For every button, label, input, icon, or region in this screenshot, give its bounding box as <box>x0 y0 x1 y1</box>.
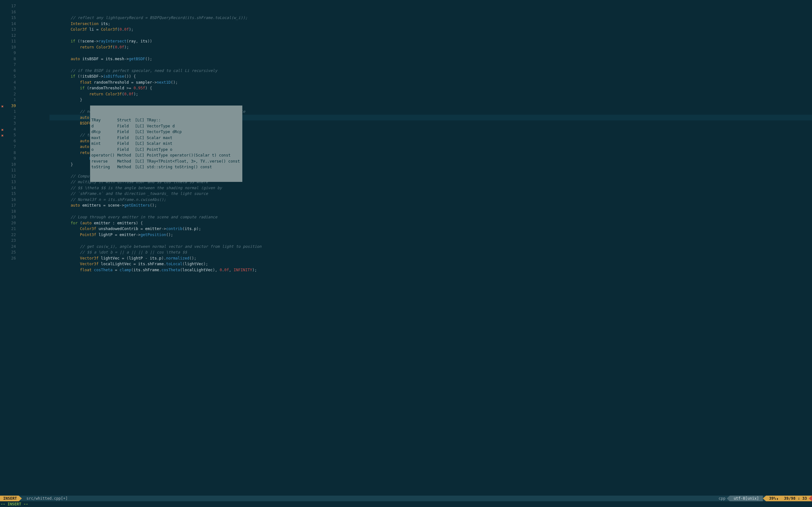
code-line[interactable]: // `shFrame.n` and the direction _toward… <box>49 191 812 197</box>
completion-detail: TRay:: <box>147 117 243 123</box>
code-line[interactable]: // Normal3f n = its.shFrame.n.cwiseAbs()… <box>49 197 812 203</box>
code-line[interactable]: float randomThreshold = sampler->next1D(… <box>49 79 812 86</box>
completion-detail: PointType operator()(Scalar t) const <box>147 153 243 158</box>
line-number: 25 <box>0 249 16 256</box>
code-line[interactable] <box>49 50 812 56</box>
completion-detail: Scalar maxt <box>147 135 243 141</box>
completion-detail: PointType o <box>147 147 243 153</box>
code-line[interactable]: if (!itsBSDF->isDiffuse()) { <box>49 73 812 79</box>
completion-item[interactable]: dField[LC]VectorType d <box>90 123 242 129</box>
code-line[interactable]: Vector3f lightVec = (lightP - its.p).nor… <box>49 256 812 262</box>
line-number: 9 <box>0 156 16 162</box>
line-number: 23 <box>0 238 16 244</box>
code-line[interactable]: for (auto emitter : emitters) { <box>49 220 812 226</box>
code-line[interactable]: Point3f lightP = emitter->getPosition(); <box>49 232 812 238</box>
code-line[interactable]: auto emitters = scene->getEmitters(); <box>49 203 812 209</box>
line-number: 16 <box>0 9 16 15</box>
code-line[interactable]: // $$ a \dot b = || a || || b || cos \th… <box>49 249 812 256</box>
code-line[interactable]: float cosTheta = clamp(its.shFrame.cosTh… <box>49 267 812 273</box>
line-number: 21 <box>0 226 16 232</box>
code-line[interactable]: // reflect any lightqueryRecord = BSDFQu… <box>49 15 812 21</box>
line-pos: 39/98 <box>784 496 796 501</box>
completion-src: [LC] <box>135 117 147 123</box>
editor-viewport[interactable]: 1716151413121110987654321✖39123✖4✖567891… <box>0 0 812 496</box>
percent-segment: 39% <box>766 496 781 501</box>
line-number: 12 <box>0 33 16 39</box>
code-line[interactable]: // if the BSDF is perfect specular, need… <box>49 68 812 74</box>
warning-flag-icon <box>809 496 812 501</box>
line-number: 17 <box>0 3 16 9</box>
completion-item[interactable]: operator()Method[LC]PointType operator()… <box>90 153 242 158</box>
cmdline-text: -- INSERT -- <box>1 502 28 506</box>
code-area[interactable]: // reflect any lightqueryRecord = BSDFQu… <box>18 0 812 496</box>
completion-item[interactable]: mintField[LC]Scalar mint <box>90 141 242 147</box>
code-line[interactable]: auto itsBSDF = its.mesh->getBSDF(); <box>49 56 812 62</box>
completion-kind: Method <box>117 158 135 164</box>
code-line[interactable] <box>49 209 812 215</box>
completion-item[interactable]: toStringMethod[LC]std::string toString()… <box>90 164 242 170</box>
command-line: -- INSERT -- <box>0 501 812 507</box>
code-line[interactable]: Intersection its; <box>49 21 812 27</box>
completion-kind: Field <box>117 123 135 129</box>
completion-detail: Scalar mint <box>147 141 243 147</box>
completion-item[interactable]: maxtField[LC]Scalar maxt <box>90 135 242 141</box>
separator-icon <box>727 496 730 501</box>
line-number: 7 <box>0 62 16 68</box>
completion-detail: TRay<TPoint<float, 3>, TV..verse() const <box>147 158 243 164</box>
code-line[interactable]: Vector3f localLightVec = its.shFrame.toL… <box>49 261 812 267</box>
line-number: 5 <box>0 73 16 79</box>
line-number: 2 <box>0 115 16 121</box>
code-line[interactable]: Color3f li = Color3f(0.0f); <box>49 26 812 33</box>
completion-src: [LC] <box>135 135 147 141</box>
line-number: 6 <box>0 68 16 74</box>
line-number: 14 <box>0 21 16 27</box>
line-number-gutter: 1716151413121110987654321✖39123✖4✖567891… <box>0 0 18 496</box>
line-number: 3 <box>0 120 16 126</box>
code-line[interactable] <box>49 238 812 244</box>
code-line[interactable] <box>49 62 812 68</box>
completion-popup[interactable]: TRayStruct[LC]TRay::dField[LC]VectorType… <box>90 106 242 182</box>
line-number: ✖5 <box>0 132 16 138</box>
line-number: 8 <box>0 150 16 156</box>
completion-name: reverse <box>90 158 117 164</box>
line-number: ✖4 <box>0 126 16 132</box>
completion-kind: Field <box>117 135 135 141</box>
completion-item[interactable]: oField[LC]PointType o <box>90 147 242 153</box>
completion-item[interactable]: dRcpField[LC]VectorType dRcp <box>90 129 242 135</box>
completion-src: [LC] <box>135 141 147 147</box>
completion-detail: VectorType dRcp <box>147 129 243 135</box>
code-line[interactable]: return Color3f(0.0f); <box>49 91 812 97</box>
code-line[interactable]: } <box>49 97 812 103</box>
line-number: 9 <box>0 50 16 56</box>
line-number: 11 <box>0 167 16 173</box>
line-number: 1 <box>0 109 16 115</box>
completion-name: o <box>90 147 117 153</box>
mode-label: INSERT <box>3 496 17 501</box>
line-number: 15 <box>0 191 16 197</box>
line-number: 14 <box>0 185 16 191</box>
line-number: 7 <box>0 144 16 150</box>
mode-segment: INSERT <box>0 496 19 501</box>
line-number: 26 <box>0 256 16 262</box>
code-line[interactable]: Color3f unshadowedContrib = emitter->con… <box>49 226 812 232</box>
code-line[interactable]: if (randomThreshold >= 0.95f) { <box>49 85 812 91</box>
code-line[interactable]: return Color3f(0.0f); <box>49 44 812 50</box>
line-number: 12 <box>0 173 16 179</box>
line-number: 16 <box>0 197 16 203</box>
line-number: 11 <box>0 38 16 44</box>
code-line[interactable] <box>49 33 812 39</box>
completion-item[interactable]: TRayStruct[LC]TRay:: <box>90 117 242 123</box>
completion-kind: Field <box>117 129 135 135</box>
completion-item[interactable]: reverseMethod[LC]TRay<TPoint<float, 3>, … <box>90 158 242 164</box>
code-line[interactable]: // get cos(w_i), angle between normal ve… <box>49 244 812 250</box>
code-line[interactable]: // Loop through every emitter in the sce… <box>49 214 812 220</box>
file-segment: src/whitted.cpp[+] <box>22 496 71 501</box>
completion-kind: Field <box>117 141 135 147</box>
code-line[interactable]: // $$ \theta $$ is the angle between the… <box>49 185 812 191</box>
completion-kind: Field <box>117 147 135 153</box>
completion-name: toString <box>90 164 117 170</box>
encoding-label: utf-8[unix] <box>734 496 759 501</box>
encoding-segment: utf-8[unix] <box>730 496 763 501</box>
completion-detail: VectorType d <box>147 123 243 129</box>
code-line[interactable]: if (!scene->rayIntersect(ray, its)) <box>49 38 812 44</box>
